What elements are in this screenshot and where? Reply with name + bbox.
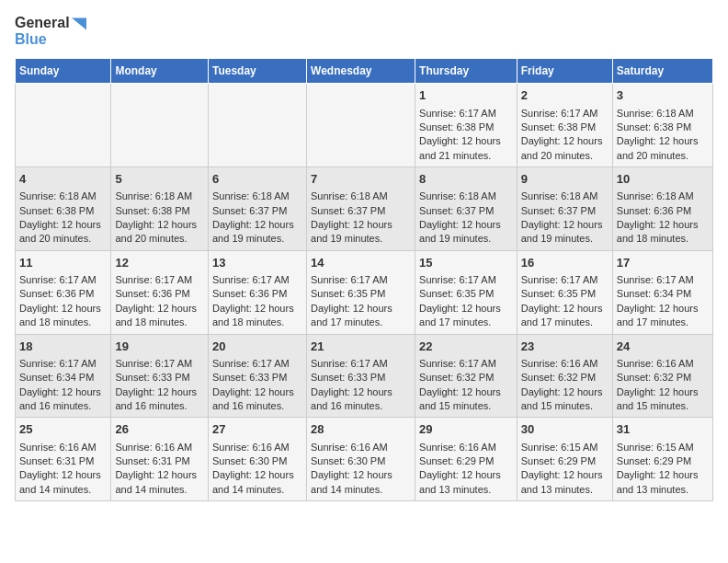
day-number: 3: [617, 87, 709, 104]
day-number: 21: [311, 339, 411, 355]
day-of-week-header: Monday: [111, 59, 209, 84]
day-number: 29: [419, 421, 513, 438]
day-info: Daylight: 12 hours and 19 minutes.: [419, 218, 513, 247]
day-info: Daylight: 12 hours and 13 minutes.: [521, 468, 609, 497]
calendar-cell: 10Sunrise: 6:18 AMSunset: 6:36 PMDayligh…: [612, 167, 712, 251]
day-info: Daylight: 12 hours and 18 minutes.: [617, 218, 709, 247]
day-number: 16: [521, 255, 609, 271]
day-info: Sunrise: 6:17 AM: [521, 107, 609, 121]
day-info: Sunset: 6:30 PM: [212, 454, 302, 468]
calendar-cell: 24Sunrise: 6:16 AMSunset: 6:32 PMDayligh…: [612, 334, 712, 418]
day-number: 15: [419, 255, 513, 271]
day-number: 26: [115, 421, 204, 438]
day-info: Daylight: 12 hours and 14 minutes.: [115, 468, 204, 497]
day-number: 4: [19, 171, 107, 188]
day-number: 31: [617, 421, 709, 438]
calendar-cell: 27Sunrise: 6:16 AMSunset: 6:30 PMDayligh…: [208, 418, 306, 501]
day-info: Sunrise: 6:17 AM: [419, 357, 513, 371]
day-of-week-header: Thursday: [415, 59, 518, 84]
calendar-cell: 5Sunrise: 6:18 AMSunset: 6:38 PMDaylight…: [111, 167, 209, 251]
day-number: 27: [212, 421, 302, 438]
day-info: Daylight: 12 hours and 16 minutes.: [19, 385, 107, 414]
calendar-cell: 18Sunrise: 6:17 AMSunset: 6:34 PMDayligh…: [16, 334, 111, 418]
calendar-cell: 3Sunrise: 6:18 AMSunset: 6:38 PMDaylight…: [612, 84, 712, 167]
day-info: Sunset: 6:36 PM: [617, 204, 709, 218]
calendar-cell: 26Sunrise: 6:16 AMSunset: 6:31 PMDayligh…: [111, 418, 209, 501]
day-info: Sunset: 6:38 PM: [115, 204, 204, 218]
day-number: 12: [115, 255, 204, 271]
day-info: Sunset: 6:30 PM: [311, 454, 411, 468]
day-number: 22: [419, 339, 513, 355]
day-info: Sunrise: 6:16 AM: [521, 357, 609, 371]
calendar-cell: 14Sunrise: 6:17 AMSunset: 6:35 PMDayligh…: [307, 250, 415, 334]
calendar-cell: 23Sunrise: 6:16 AMSunset: 6:32 PMDayligh…: [517, 334, 612, 418]
day-number: 25: [19, 421, 107, 438]
day-info: Daylight: 12 hours and 18 minutes.: [19, 302, 107, 330]
day-info: Sunset: 6:35 PM: [419, 287, 513, 301]
svg-marker-0: [72, 17, 86, 29]
day-info: Sunrise: 6:18 AM: [115, 190, 204, 203]
day-info: Daylight: 12 hours and 20 minutes.: [19, 218, 107, 247]
day-info: Daylight: 12 hours and 20 minutes.: [617, 134, 709, 163]
calendar-cell: 22Sunrise: 6:17 AMSunset: 6:32 PMDayligh…: [415, 334, 518, 418]
day-info: Sunrise: 6:15 AM: [521, 441, 609, 454]
calendar-cell: 7Sunrise: 6:18 AMSunset: 6:37 PMDaylight…: [307, 167, 415, 251]
calendar-cell: [208, 84, 306, 167]
day-info: Sunrise: 6:18 AM: [521, 190, 609, 203]
calendar-week-row: 1Sunrise: 6:17 AMSunset: 6:38 PMDaylight…: [16, 84, 713, 167]
day-info: Daylight: 12 hours and 17 minutes.: [419, 302, 513, 330]
day-info: Sunrise: 6:18 AM: [212, 190, 302, 203]
day-info: Daylight: 12 hours and 18 minutes.: [115, 302, 204, 330]
day-number: 8: [419, 171, 513, 188]
day-number: 7: [311, 171, 411, 188]
calendar-cell: 17Sunrise: 6:17 AMSunset: 6:34 PMDayligh…: [612, 250, 712, 334]
calendar-cell: 16Sunrise: 6:17 AMSunset: 6:35 PMDayligh…: [517, 250, 612, 334]
day-info: Sunrise: 6:17 AM: [212, 357, 302, 371]
day-of-week-header: Friday: [517, 59, 612, 84]
calendar-week-row: 4Sunrise: 6:18 AMSunset: 6:38 PMDaylight…: [16, 167, 713, 251]
day-info: Sunrise: 6:18 AM: [617, 190, 709, 203]
day-info: Daylight: 12 hours and 17 minutes.: [311, 302, 411, 330]
day-info: Sunrise: 6:18 AM: [617, 107, 709, 121]
calendar-cell: 19Sunrise: 6:17 AMSunset: 6:33 PMDayligh…: [111, 334, 209, 418]
day-info: Sunrise: 6:18 AM: [311, 190, 411, 203]
calendar-cell: 9Sunrise: 6:18 AMSunset: 6:37 PMDaylight…: [517, 167, 612, 251]
calendar-cell: 30Sunrise: 6:15 AMSunset: 6:29 PMDayligh…: [517, 418, 612, 501]
day-number: 6: [212, 171, 302, 188]
calendar-cell: [307, 84, 415, 167]
day-info: Daylight: 12 hours and 19 minutes.: [521, 218, 609, 247]
calendar-week-row: 18Sunrise: 6:17 AMSunset: 6:34 PMDayligh…: [16, 334, 713, 418]
calendar-cell: 21Sunrise: 6:17 AMSunset: 6:33 PMDayligh…: [307, 334, 415, 418]
day-of-week-header: Sunday: [16, 59, 111, 84]
day-info: Daylight: 12 hours and 14 minutes.: [19, 468, 107, 497]
day-info: Sunset: 6:29 PM: [617, 454, 709, 468]
day-info: Sunset: 6:33 PM: [115, 371, 204, 385]
calendar-cell: 29Sunrise: 6:16 AMSunset: 6:29 PMDayligh…: [415, 418, 518, 501]
day-info: Sunrise: 6:17 AM: [311, 273, 411, 287]
day-info: Daylight: 12 hours and 14 minutes.: [212, 468, 302, 497]
day-info: Sunset: 6:32 PM: [521, 371, 609, 385]
day-info: Sunset: 6:34 PM: [19, 371, 107, 385]
day-info: Sunrise: 6:18 AM: [19, 190, 107, 203]
day-info: Sunset: 6:36 PM: [115, 287, 204, 301]
day-number: 9: [521, 171, 609, 188]
day-info: Daylight: 12 hours and 15 minutes.: [521, 385, 609, 414]
calendar-table: SundayMondayTuesdayWednesdayThursdayFrid…: [15, 58, 713, 501]
day-info: Daylight: 12 hours and 20 minutes.: [521, 134, 609, 163]
day-info: Daylight: 12 hours and 13 minutes.: [617, 468, 709, 497]
day-number: 14: [311, 255, 411, 271]
day-info: Sunset: 6:35 PM: [311, 287, 411, 301]
calendar-cell: [16, 84, 111, 167]
calendar-cell: 12Sunrise: 6:17 AMSunset: 6:36 PMDayligh…: [111, 250, 209, 334]
day-info: Sunset: 6:32 PM: [419, 371, 513, 385]
calendar-cell: 11Sunrise: 6:17 AMSunset: 6:36 PMDayligh…: [16, 250, 111, 334]
day-info: Sunset: 6:32 PM: [617, 371, 709, 385]
day-info: Sunset: 6:37 PM: [212, 204, 302, 218]
day-info: Daylight: 12 hours and 16 minutes.: [311, 385, 411, 414]
day-number: 5: [115, 171, 204, 188]
day-info: Sunset: 6:33 PM: [311, 371, 411, 385]
day-number: 30: [521, 421, 609, 438]
calendar-cell: 1Sunrise: 6:17 AMSunset: 6:38 PMDaylight…: [415, 84, 518, 167]
day-info: Sunrise: 6:17 AM: [212, 273, 302, 287]
day-number: 18: [19, 339, 107, 355]
